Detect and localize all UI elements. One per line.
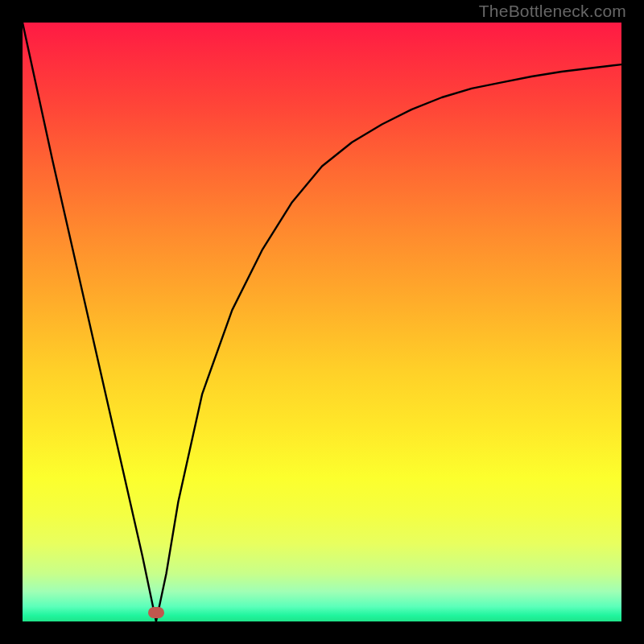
bottleneck-curve	[23, 23, 621, 621]
optimal-point-marker	[148, 607, 164, 618]
watermark-text: TheBottleneck.com	[479, 2, 626, 21]
